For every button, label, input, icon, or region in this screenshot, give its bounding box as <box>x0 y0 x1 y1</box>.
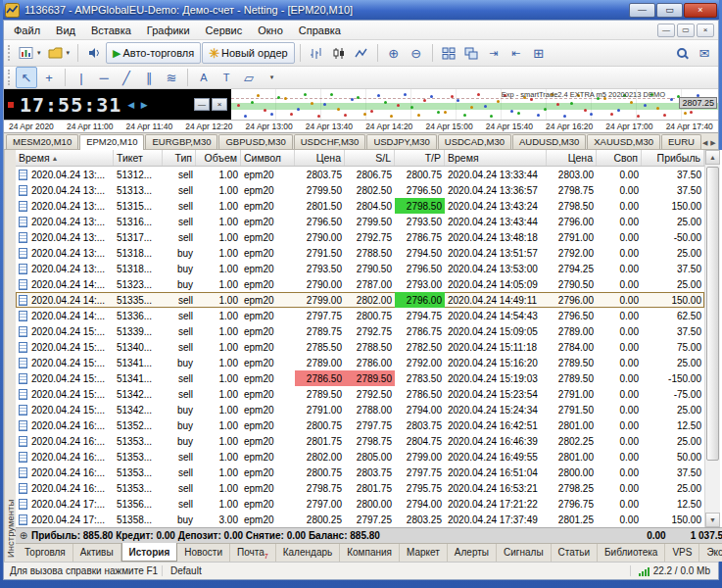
toolbox-tab[interactable]: Почта7 <box>230 544 276 562</box>
toolbar-grip[interactable] <box>8 70 11 85</box>
history-row[interactable]: 2020.04.24 16:...51353...sell1.00epm2028… <box>16 465 704 480</box>
mdi-minimize-button[interactable]: — <box>657 24 675 37</box>
chart-nav-arrows-icon[interactable]: ◀ ▶ <box>127 100 149 110</box>
search-button[interactable] <box>671 42 693 64</box>
mini-chart[interactable]: Exp - smartTrade2.4 EXTRA m5 20200213 DE… <box>231 89 718 120</box>
toolbox-tab[interactable]: Сигналы <box>497 544 552 562</box>
column-header[interactable]: Своп <box>597 150 642 166</box>
fibonacci-button[interactable]: ≋ <box>161 67 182 88</box>
titlebar[interactable]: 1136637 - AMPGlobalEU-Demo: Демо-счет - … <box>3 0 719 20</box>
text-tool-button[interactable]: A <box>193 67 215 88</box>
column-header[interactable]: Прибыль <box>642 150 704 166</box>
chart-tab[interactable]: EPM20,M10 <box>79 134 144 150</box>
column-header[interactable]: Цена <box>547 150 597 166</box>
toolbox-tab[interactable]: VPS <box>665 544 699 562</box>
chart-tab[interactable]: MESM20,M10 <box>6 134 78 149</box>
column-header[interactable]: Тикет <box>114 150 163 166</box>
toolbox-tab[interactable]: Активы <box>73 544 121 562</box>
menu-item[interactable]: Графики <box>139 23 198 38</box>
tabs-scroll-left-icon[interactable]: ◀ <box>702 139 707 147</box>
column-header[interactable]: T/P <box>395 150 445 166</box>
chart-tab[interactable]: USDCHF,M30 <box>294 134 366 149</box>
history-row[interactable]: 2020.04.24 13:...51316...sell1.00epm2027… <box>16 214 704 229</box>
history-row[interactable]: 2020.04.24 13:...51315...sell1.00epm2028… <box>16 198 704 214</box>
window-grid-button[interactable]: ⊞ <box>528 42 550 64</box>
column-header[interactable]: S/L <box>345 150 395 166</box>
chart-close-button[interactable]: × <box>212 98 227 111</box>
dock-right-button[interactable]: ⇥ <box>483 42 505 64</box>
menu-item[interactable]: Вставка <box>83 23 139 38</box>
menu-item[interactable]: Сервис <box>198 23 251 38</box>
chart-tab[interactable]: XAUUSD,M30 <box>587 134 660 149</box>
toolbox-tab[interactable]: Маркет <box>400 544 448 562</box>
menu-item[interactable]: Справка <box>291 23 349 38</box>
chart-tab[interactable]: USDCAD,M30 <box>438 134 511 149</box>
community-button[interactable]: ✉ <box>694 42 715 64</box>
scroll-down-icon[interactable]: ▼ <box>705 513 720 527</box>
status-connection[interactable]: 22.2 / 0.0 Mb <box>631 565 718 576</box>
history-row[interactable]: 2020.04.24 13:...51317...sell1.00epm2027… <box>16 229 704 245</box>
menu-item[interactable]: Окно <box>250 23 291 38</box>
vertical-line-button[interactable]: | <box>71 67 92 88</box>
history-row[interactable]: 2020.04.24 15:...51339...sell1.00epm2027… <box>16 323 704 339</box>
sound-button[interactable] <box>83 42 105 64</box>
history-row[interactable]: 2020.04.24 16:...51352...buy1.00epm20280… <box>16 417 704 433</box>
more-tools-button[interactable]: ▾ <box>261 67 282 88</box>
chart-tab[interactable]: USDJPY,M30 <box>366 134 436 149</box>
column-header[interactable]: Время <box>445 150 547 166</box>
crosshair-button[interactable]: + <box>38 67 60 88</box>
chart-tab[interactable]: EURU <box>661 134 701 149</box>
history-row[interactable]: 2020.04.24 15:...51342...sell1.00epm2027… <box>16 386 704 402</box>
history-row[interactable]: 2020.04.24 14:...51336...sell1.00epm2027… <box>16 308 704 323</box>
zoom-in-button[interactable]: ⊕ <box>383 42 405 64</box>
new-chart-button[interactable]: ▾ <box>16 42 44 64</box>
chart-bars-button[interactable] <box>306 42 327 64</box>
profiles-button[interactable]: ▾ <box>45 42 73 64</box>
history-row[interactable]: 2020.04.24 13:...51313...sell1.00epm2027… <box>16 182 704 198</box>
toolbox-tab[interactable]: Компания <box>340 544 400 562</box>
history-summary-row[interactable]: ⊕ Прибыль: 885.80 Кредит: 0.00 Депозит: … <box>16 527 722 543</box>
new-order-button[interactable]: ✳ Новый ордер <box>202 42 295 64</box>
history-row[interactable]: 2020.04.24 17:...51358...buy3.00epm20280… <box>16 512 704 527</box>
chart-tab[interactable]: GBPUSD,M30 <box>218 134 292 149</box>
tile-windows-button[interactable] <box>438 42 459 64</box>
column-header[interactable]: Объем <box>196 150 241 166</box>
column-header[interactable]: Тип <box>163 150 196 166</box>
toolbox-side-title[interactable]: Инструменты <box>4 150 16 562</box>
history-row[interactable]: 2020.04.24 14:...51323...buy1.00epm20279… <box>16 276 704 292</box>
vertical-scrollbar[interactable]: ▲ ▼ <box>704 150 720 527</box>
toolbox-tab[interactable]: Новости <box>177 544 230 562</box>
history-row[interactable]: 2020.04.24 15:...51341...buy1.00epm20278… <box>16 355 704 370</box>
toolbox-tab[interactable]: История <box>121 543 178 562</box>
history-row[interactable]: 2020.04.24 16:...51353...sell1.00epm2027… <box>16 480 704 496</box>
shapes-button[interactable]: ▱ <box>238 67 260 88</box>
toolbox-tab[interactable]: Календарь <box>276 544 340 562</box>
history-row[interactable]: 2020.04.24 13:...51312...sell1.00epm2028… <box>16 167 704 182</box>
toolbar-grip[interactable] <box>8 45 11 61</box>
channel-button[interactable]: ∥ <box>138 67 160 88</box>
close-button[interactable]: × <box>684 3 717 18</box>
tabs-scroll-right-icon[interactable]: ▶ <box>710 139 715 147</box>
toolbox-tab[interactable]: Библиотека <box>598 544 665 562</box>
history-row[interactable]: 2020.04.24 16:...51353...buy1.00epm20280… <box>16 433 704 449</box>
scrollbar-thumb[interactable] <box>706 167 719 461</box>
history-row[interactable]: 2020.04.24 15:...51340...sell1.00epm2027… <box>16 339 704 355</box>
cursor-button[interactable]: ↖ <box>16 67 37 88</box>
trendline-button[interactable]: ╱ <box>116 67 137 88</box>
menu-item[interactable]: Файл <box>6 23 48 38</box>
label-tool-button[interactable]: T <box>216 67 237 88</box>
zoom-out-button[interactable]: ⊖ <box>406 42 427 64</box>
chart-minimize-button[interactable]: — <box>194 98 210 111</box>
dock-left-button[interactable]: ⇤ <box>505 42 527 64</box>
column-header[interactable]: Время▲ <box>16 150 114 166</box>
toolbox-tab[interactable]: Алерты <box>448 544 497 562</box>
history-row[interactable]: 2020.04.24 17:...51356...sell1.00epm2027… <box>16 496 704 512</box>
status-profile[interactable]: Default <box>163 565 631 576</box>
horizontal-line-button[interactable]: ─ <box>93 67 115 88</box>
history-row[interactable]: 2020.04.24 14:...51335...sell1.00epm2027… <box>16 292 704 308</box>
cascade-windows-button[interactable] <box>460 42 482 64</box>
minimized-chart-titlebar[interactable]: 17:55:31 ◀ ▶ — × <box>4 89 231 120</box>
column-header[interactable]: Символ <box>241 150 295 166</box>
toolbox-tab[interactable]: Торговля <box>18 544 73 562</box>
column-header[interactable]: Цена <box>295 150 345 166</box>
